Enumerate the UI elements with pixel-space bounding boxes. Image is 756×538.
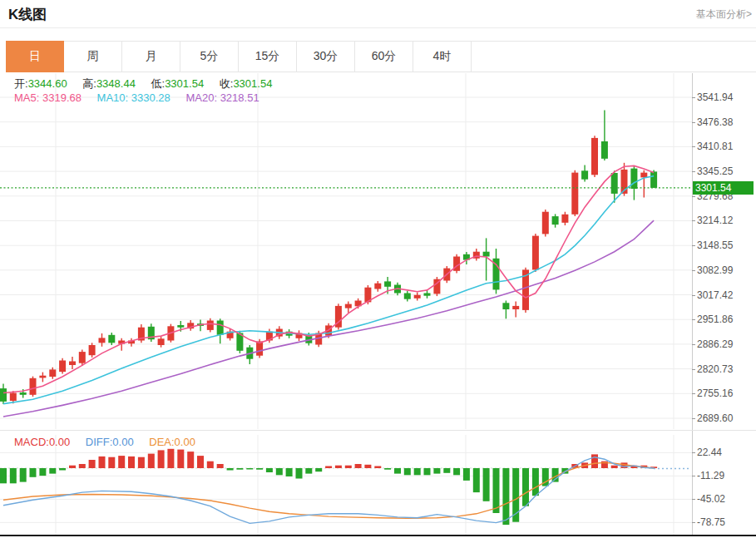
macd-bar: [20, 468, 27, 482]
diff-value: 0.00: [112, 436, 133, 448]
candle-body: [79, 352, 86, 363]
candle-body: [59, 361, 66, 373]
macd-bar: [256, 468, 263, 470]
candle-body: [561, 215, 568, 223]
candle-body: [571, 173, 578, 215]
macd-bar: [148, 454, 155, 468]
candle-body: [630, 169, 637, 189]
macd-bar: [207, 461, 214, 468]
candle-body: [10, 393, 17, 402]
tab-15min[interactable]: 15分: [239, 41, 297, 72]
open-value: 3344.60: [28, 77, 67, 90]
panel-separator: [0, 430, 756, 431]
macd-bar: [424, 468, 431, 475]
low-label: 低:: [151, 77, 166, 90]
candle-body: [601, 141, 608, 159]
tab-day[interactable]: 日: [6, 41, 64, 72]
dea-label: DEA:: [149, 436, 174, 448]
macd-bar: [414, 468, 421, 475]
macd-bar: [473, 468, 480, 492]
tab-60min[interactable]: 60分: [355, 41, 413, 72]
candle-body: [542, 212, 549, 234]
macd-bar: [502, 468, 509, 525]
low-value: 3301.54: [165, 77, 204, 90]
macd-bar: [443, 468, 450, 473]
tab-4hour[interactable]: 4时: [413, 41, 472, 72]
macd-bar: [30, 468, 37, 477]
macd-bar: [79, 464, 86, 468]
candle-body: [89, 345, 96, 355]
last-price-badge: 3301.54: [693, 181, 754, 195]
candle-body: [345, 304, 352, 308]
price-axis-border: [692, 73, 693, 536]
price-axis-tick: 3345.25: [697, 165, 752, 178]
close-label: 收:: [220, 77, 234, 90]
candle-body: [640, 173, 647, 178]
candle-body: [39, 376, 46, 378]
ma20-value: 3218.51: [220, 91, 259, 104]
candle-body: [414, 295, 421, 299]
macd-bar: [227, 468, 234, 471]
macd-bar: [266, 468, 273, 472]
tab-month[interactable]: 月: [122, 41, 180, 72]
high-value: 3348.44: [96, 77, 136, 90]
tab-30min[interactable]: 30分: [297, 41, 355, 72]
candle-body: [384, 281, 391, 286]
macd-chart-canvas[interactable]: [0, 435, 692, 536]
macd-bar: [305, 468, 312, 474]
price-axis-tick: 3017.42: [697, 289, 752, 302]
candle-body: [30, 378, 37, 395]
macd-bar: [138, 457, 145, 468]
macd-bar: [158, 450, 165, 468]
ohlc-readout: 开:3344.60 高:3348.44 低:3301.54 收:3301.54: [14, 77, 284, 91]
macd-label: MACD:: [14, 436, 49, 448]
macd-bar: [10, 468, 17, 483]
macd-bar: [118, 456, 125, 468]
candle-body: [611, 173, 618, 194]
macd-bar: [493, 468, 500, 513]
price-axis-tick: 3148.55: [697, 239, 752, 252]
price-axis-tick: 2886.29: [697, 338, 752, 351]
macd-bar: [246, 468, 253, 470]
macd-bar: [433, 468, 440, 474]
macd-bar: [217, 464, 224, 468]
ma-readout: MA5: 3319.68 MA10: 3330.28 MA20: 3218.51: [14, 91, 272, 104]
macd-axis-tick: -11.29: [697, 469, 752, 482]
ma5-value: 3319.68: [42, 91, 82, 104]
macd-bar: [335, 466, 342, 468]
macd-bar: [384, 468, 391, 470]
macd-axis-tick: -78.75: [697, 516, 752, 529]
macd-bar: [108, 457, 115, 468]
kline-widget: K线图 基本面分析> 日周月5分15分30分60分4时 开:3344.60 高:…: [0, 0, 756, 538]
macd-bar: [374, 466, 381, 469]
macd-value: 0.00: [49, 436, 70, 448]
macd-bar: [276, 468, 283, 475]
candle-body: [49, 369, 56, 377]
candle-body: [0, 388, 7, 402]
macd-bar: [128, 457, 135, 468]
macd-bar: [89, 460, 96, 468]
main-chart-canvas[interactable]: [0, 73, 692, 429]
tab-5min[interactable]: 5分: [180, 41, 239, 72]
candle-body: [591, 138, 598, 175]
ma10-label: MA10:: [97, 91, 129, 104]
macd-bar: [69, 466, 76, 468]
tab-week[interactable]: 周: [64, 41, 122, 72]
interval-tab-bar: 日周月5分15分30分60分4时: [6, 41, 756, 72]
macd-axis-tick: -45.02: [697, 492, 752, 506]
candle-body: [20, 392, 27, 395]
tab-bar-spacer: [472, 41, 756, 72]
macd-bar: [394, 468, 401, 474]
price-axis-tick: 2820.73: [697, 363, 752, 376]
ma20-label: MA20:: [185, 91, 217, 104]
macd-bar: [315, 468, 322, 471]
candle-body: [483, 252, 490, 257]
price-axis-tick: 3410.81: [697, 140, 752, 153]
macd-bar: [355, 464, 362, 468]
candle-body: [650, 171, 657, 188]
fundamental-analysis-link[interactable]: 基本面分析>: [696, 7, 752, 22]
price-axis-tick: 2755.16: [697, 387, 752, 400]
high-label: 高:: [82, 77, 96, 90]
candle-body: [69, 362, 76, 366]
macd-bar: [463, 468, 470, 481]
